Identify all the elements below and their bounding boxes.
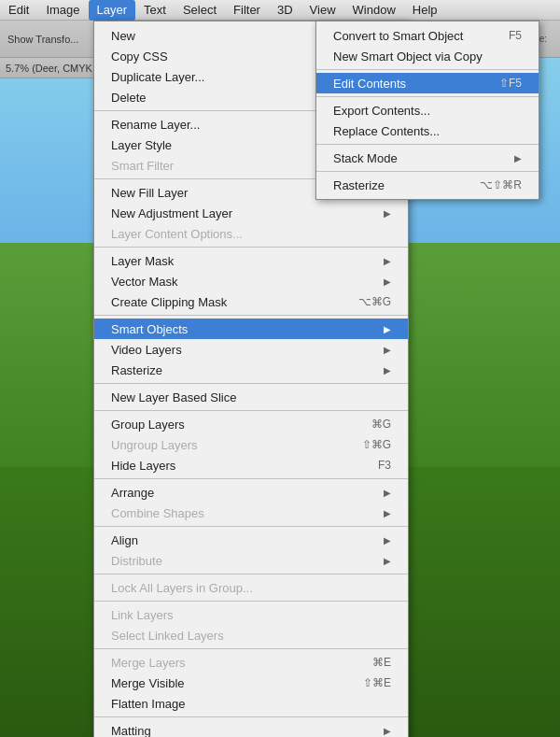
separator [94,247,408,248]
menu-item-merge-layers: Merge Layers ⌘E [94,652,408,673]
arrow-icon: ▶ [384,208,391,219]
menu-item-group-layers[interactable]: Group Layers ⌘G [94,414,408,434]
arrow-icon: ▶ [384,324,391,334]
menu-item-export-contents[interactable]: Export Contents... [316,100,539,120]
menu-item-layer-mask[interactable]: Layer Mask ▶ [94,250,408,271]
separator [94,648,408,649]
canvas-info: 5.7% (Deer, CMYK / 8 [6,63,106,74]
menu-item-rasterize[interactable]: Rasterize ▶ [94,360,408,380]
separator [316,171,539,172]
menu-item-replace-contents[interactable]: Replace Contents... [316,120,539,141]
menu-item-align[interactable]: Align ▶ [94,530,408,550]
menubar-item-edit[interactable]: Edit [0,0,37,21]
menubar-item-help[interactable]: Help [404,0,446,21]
separator [94,601,408,602]
arrow-icon: ▶ [514,153,522,163]
separator [316,144,539,145]
arrow-icon: ▶ [384,508,391,518]
arrow-icon: ▶ [384,276,391,287]
menubar-item-image[interactable]: Image [37,0,88,21]
menu-item-video-layers[interactable]: Video Layers ▶ [94,339,408,360]
menu-item-edit-contents[interactable]: Edit Contents ⇧F5 [316,73,539,93]
menu-item-rasterize-smart[interactable]: Rasterize ⌥⇧⌘R [316,175,539,195]
shortcut-label: ⌥⇧⌘R [480,178,522,191]
shortcut-label: F3 [378,459,391,472]
menubar-item-window[interactable]: Window [344,0,404,21]
arrow-icon: ▶ [384,726,391,736]
separator [316,69,539,70]
menu-item-smart-objects[interactable]: Smart Objects ▶ [94,319,408,339]
menu-item-stack-mode[interactable]: Stack Mode ▶ [316,148,539,168]
arrow-icon: ▶ [384,345,391,355]
menu-item-select-linked-layers: Select Linked Layers [94,625,408,645]
shortcut-label: ⇧⌘G [362,438,391,451]
menubar-item-layer[interactable]: Layer [89,0,136,21]
shortcut-label: ⇧⌘E [363,676,391,689]
arrow-icon: ▶ [384,488,391,498]
menu-item-new-smart-object-via-copy[interactable]: New Smart Object via Copy [316,46,539,66]
separator [316,96,539,97]
menu-item-combine-shapes: Combine Shapes ▶ [94,503,408,523]
separator [94,315,408,316]
menubar-item-view[interactable]: View [301,0,344,21]
menu-item-lock-all-layers: Lock All Layers in Group... [94,577,408,598]
arrow-icon: ▶ [384,256,391,266]
menubar-item-filter[interactable]: Filter [225,0,269,21]
menu-item-matting[interactable]: Matting ▶ [94,720,408,737]
menu-item-vector-mask[interactable]: Vector Mask ▶ [94,271,408,291]
show-transform-label: Show Transfo... [7,34,78,45]
arrow-icon: ▶ [384,556,391,566]
menubar: Edit Image Layer Text Select Filter 3D V… [0,0,560,21]
shortcut-label: F5 [509,29,522,42]
arrow-icon: ▶ [384,365,391,376]
separator [94,410,408,411]
menu-item-merge-visible[interactable]: Merge Visible ⇧⌘E [94,673,408,693]
separator [94,478,408,479]
menubar-item-text[interactable]: Text [135,0,175,21]
menu-item-new-layer-based-slice[interactable]: New Layer Based Slice [94,387,408,407]
menu-item-convert-to-smart-object[interactable]: Convert to Smart Object F5 [316,25,539,46]
menu-item-link-layers: Link Layers [94,604,408,625]
menu-item-new-adjustment-layer[interactable]: New Adjustment Layer ▶ [94,203,408,223]
separator [94,383,408,384]
menu-item-create-clipping-mask[interactable]: Create Clipping Mask ⌥⌘G [94,291,408,312]
menu-item-layer-content-options: Layer Content Options... [94,223,408,244]
separator [94,716,408,717]
menu-item-hide-layers[interactable]: Hide Layers F3 [94,455,408,475]
shortcut-label: ⌘G [371,418,391,431]
menu-item-flatten-image[interactable]: Flatten Image [94,693,408,714]
menu-item-ungroup-layers: Ungroup Layers ⇧⌘G [94,434,408,455]
arrow-icon: ▶ [384,535,391,546]
menubar-item-select[interactable]: Select [175,0,225,21]
menubar-item-3d[interactable]: 3D [269,0,301,21]
separator [94,526,408,527]
shortcut-label: ⌥⌘G [358,295,391,308]
menu-item-arrange[interactable]: Arrange ▶ [94,482,408,503]
smart-objects-submenu: Convert to Smart Object F5 New Smart Obj… [315,21,539,200]
shortcut-label: ⌘E [372,656,391,669]
menu-item-distribute: Distribute ▶ [94,550,408,571]
shortcut-label: ⇧F5 [499,77,522,90]
separator [94,574,408,574]
